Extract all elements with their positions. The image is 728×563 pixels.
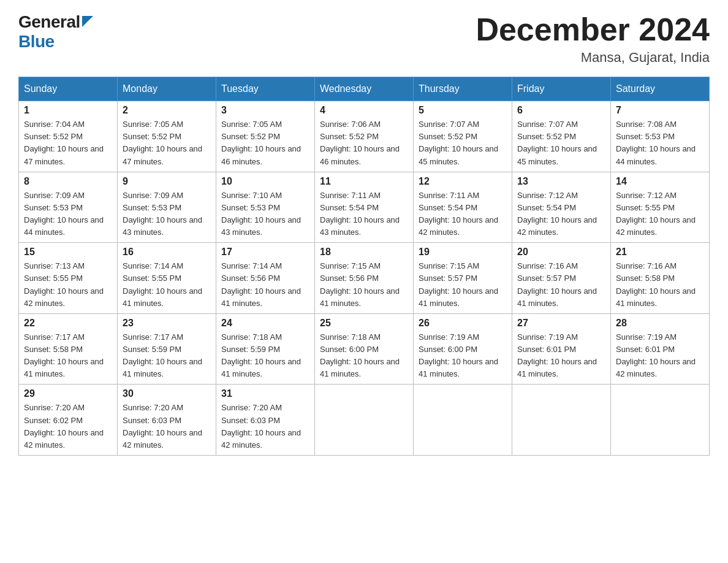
day-info: Sunrise: 7:19 AMSunset: 6:00 PMDaylight:… [419, 331, 507, 381]
calendar-header-tuesday: Tuesday [216, 77, 315, 101]
calendar-day-cell: 20 Sunrise: 7:16 AMSunset: 5:57 PMDaylig… [512, 243, 611, 314]
calendar-day-cell [611, 385, 710, 456]
day-number: 17 [221, 247, 309, 258]
day-info: Sunrise: 7:10 AMSunset: 5:53 PMDaylight:… [221, 190, 309, 239]
calendar-day-cell: 19 Sunrise: 7:15 AMSunset: 5:57 PMDaylig… [414, 243, 512, 314]
calendar-header-thursday: Thursday [414, 77, 512, 101]
day-info: Sunrise: 7:18 AMSunset: 5:59 PMDaylight:… [221, 331, 309, 381]
page-header: General Blue December 2024 Mansa, Gujara… [18, 12, 710, 66]
day-info: Sunrise: 7:17 AMSunset: 5:58 PMDaylight:… [24, 331, 112, 381]
calendar-day-cell: 18 Sunrise: 7:15 AMSunset: 5:56 PMDaylig… [315, 243, 414, 314]
calendar-day-cell: 6 Sunrise: 7:07 AMSunset: 5:52 PMDayligh… [512, 101, 611, 172]
calendar-week-row: 22 Sunrise: 7:17 AMSunset: 5:58 PMDaylig… [19, 313, 710, 385]
day-number: 16 [123, 247, 211, 258]
day-number: 6 [517, 105, 605, 116]
day-number: 5 [419, 105, 507, 116]
day-number: 23 [123, 318, 211, 329]
day-number: 24 [221, 318, 309, 329]
day-number: 1 [24, 105, 112, 116]
calendar-day-cell: 15 Sunrise: 7:13 AMSunset: 5:55 PMDaylig… [19, 243, 118, 314]
header-right: December 2024 Mansa, Gujarat, India [476, 12, 710, 66]
calendar-day-cell: 23 Sunrise: 7:17 AMSunset: 5:59 PMDaylig… [118, 313, 216, 385]
day-info: Sunrise: 7:18 AMSunset: 6:00 PMDaylight:… [320, 331, 408, 381]
day-number: 8 [24, 176, 112, 187]
day-number: 14 [616, 176, 704, 187]
day-info: Sunrise: 7:16 AMSunset: 5:57 PMDaylight:… [517, 260, 605, 310]
day-info: Sunrise: 7:13 AMSunset: 5:55 PMDaylight:… [24, 260, 112, 310]
calendar-header-friday: Friday [512, 77, 611, 101]
day-number: 10 [221, 176, 309, 187]
calendar-day-cell: 30 Sunrise: 7:20 AMSunset: 6:03 PMDaylig… [118, 385, 216, 456]
calendar-day-cell [315, 385, 414, 456]
day-info: Sunrise: 7:08 AMSunset: 5:53 PMDaylight:… [616, 118, 704, 168]
day-number: 9 [123, 176, 211, 187]
logo-blue-text: Blue [18, 32, 55, 51]
day-info: Sunrise: 7:05 AMSunset: 5:52 PMDaylight:… [221, 118, 309, 168]
calendar-day-cell: 1 Sunrise: 7:04 AMSunset: 5:52 PMDayligh… [19, 101, 118, 172]
day-number: 28 [616, 318, 704, 329]
calendar-day-cell: 3 Sunrise: 7:05 AMSunset: 5:52 PMDayligh… [216, 101, 315, 172]
calendar-day-cell: 5 Sunrise: 7:07 AMSunset: 5:52 PMDayligh… [414, 101, 512, 172]
day-number: 27 [517, 318, 605, 329]
day-number: 15 [24, 247, 112, 258]
logo-general-text: General [18, 12, 80, 32]
day-number: 21 [616, 247, 704, 258]
day-number: 29 [24, 388, 112, 399]
calendar-day-cell: 8 Sunrise: 7:09 AMSunset: 5:53 PMDayligh… [19, 172, 118, 243]
location-text: Mansa, Gujarat, India [476, 50, 710, 66]
day-info: Sunrise: 7:20 AMSunset: 6:02 PMDaylight:… [24, 402, 112, 451]
calendar-day-cell: 11 Sunrise: 7:11 AMSunset: 5:54 PMDaylig… [315, 172, 414, 243]
calendar-day-cell: 22 Sunrise: 7:17 AMSunset: 5:58 PMDaylig… [19, 313, 118, 385]
day-info: Sunrise: 7:14 AMSunset: 5:55 PMDaylight:… [123, 260, 211, 310]
day-number: 22 [24, 318, 112, 329]
day-info: Sunrise: 7:19 AMSunset: 6:01 PMDaylight:… [616, 331, 704, 381]
day-number: 25 [320, 318, 408, 329]
day-info: Sunrise: 7:12 AMSunset: 5:54 PMDaylight:… [517, 190, 605, 239]
calendar-day-cell: 24 Sunrise: 7:18 AMSunset: 5:59 PMDaylig… [216, 313, 315, 385]
calendar-day-cell: 9 Sunrise: 7:09 AMSunset: 5:53 PMDayligh… [118, 172, 216, 243]
calendar-day-cell: 14 Sunrise: 7:12 AMSunset: 5:55 PMDaylig… [611, 172, 710, 243]
day-info: Sunrise: 7:04 AMSunset: 5:52 PMDaylight:… [24, 118, 112, 168]
day-number: 4 [320, 105, 408, 116]
calendar-day-cell: 31 Sunrise: 7:20 AMSunset: 6:03 PMDaylig… [216, 385, 315, 456]
day-number: 3 [221, 105, 309, 116]
day-info: Sunrise: 7:09 AMSunset: 5:53 PMDaylight:… [123, 190, 211, 239]
calendar-week-row: 29 Sunrise: 7:20 AMSunset: 6:02 PMDaylig… [19, 385, 710, 456]
day-number: 2 [123, 105, 211, 116]
calendar-day-cell: 2 Sunrise: 7:05 AMSunset: 5:52 PMDayligh… [118, 101, 216, 172]
day-info: Sunrise: 7:14 AMSunset: 5:56 PMDaylight:… [221, 260, 309, 310]
day-info: Sunrise: 7:12 AMSunset: 5:55 PMDaylight:… [616, 190, 704, 239]
calendar-week-row: 1 Sunrise: 7:04 AMSunset: 5:52 PMDayligh… [19, 101, 710, 172]
calendar-day-cell: 28 Sunrise: 7:19 AMSunset: 6:01 PMDaylig… [611, 313, 710, 385]
logo-arrow-icon [82, 16, 93, 27]
calendar-header-saturday: Saturday [611, 77, 710, 101]
day-info: Sunrise: 7:17 AMSunset: 5:59 PMDaylight:… [123, 331, 211, 381]
day-number: 7 [616, 105, 704, 116]
calendar-day-cell: 21 Sunrise: 7:16 AMSunset: 5:58 PMDaylig… [611, 243, 710, 314]
calendar-day-cell: 13 Sunrise: 7:12 AMSunset: 5:54 PMDaylig… [512, 172, 611, 243]
calendar-day-cell: 16 Sunrise: 7:14 AMSunset: 5:55 PMDaylig… [118, 243, 216, 314]
month-title: December 2024 [476, 12, 710, 47]
day-number: 19 [419, 247, 507, 258]
calendar-day-cell: 12 Sunrise: 7:11 AMSunset: 5:54 PMDaylig… [414, 172, 512, 243]
calendar-header-monday: Monday [118, 77, 216, 101]
calendar-day-cell: 17 Sunrise: 7:14 AMSunset: 5:56 PMDaylig… [216, 243, 315, 314]
day-info: Sunrise: 7:07 AMSunset: 5:52 PMDaylight:… [419, 118, 507, 168]
calendar-day-cell: 25 Sunrise: 7:18 AMSunset: 6:00 PMDaylig… [315, 313, 414, 385]
day-number: 26 [419, 318, 507, 329]
day-info: Sunrise: 7:15 AMSunset: 5:57 PMDaylight:… [419, 260, 507, 310]
calendar-header-sunday: Sunday [19, 77, 118, 101]
day-number: 13 [517, 176, 605, 187]
day-number: 18 [320, 247, 408, 258]
calendar-day-cell [414, 385, 512, 456]
calendar-day-cell: 4 Sunrise: 7:06 AMSunset: 5:52 PMDayligh… [315, 101, 414, 172]
calendar-header-wednesday: Wednesday [315, 77, 414, 101]
calendar-day-cell [512, 385, 611, 456]
day-number: 30 [123, 388, 211, 399]
day-info: Sunrise: 7:06 AMSunset: 5:52 PMDaylight:… [320, 118, 408, 168]
calendar-day-cell: 29 Sunrise: 7:20 AMSunset: 6:02 PMDaylig… [19, 385, 118, 456]
day-info: Sunrise: 7:16 AMSunset: 5:58 PMDaylight:… [616, 260, 704, 310]
calendar-header-row: SundayMondayTuesdayWednesdayThursdayFrid… [19, 77, 710, 101]
day-info: Sunrise: 7:11 AMSunset: 5:54 PMDaylight:… [320, 190, 408, 239]
day-info: Sunrise: 7:15 AMSunset: 5:56 PMDaylight:… [320, 260, 408, 310]
